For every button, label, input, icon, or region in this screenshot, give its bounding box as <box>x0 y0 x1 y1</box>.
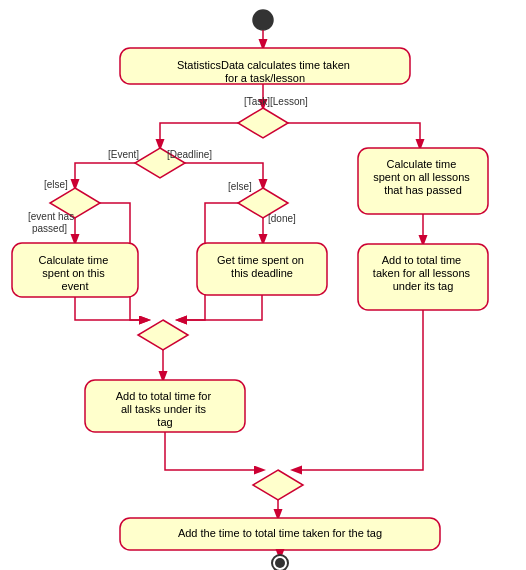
arrow-lessons-final <box>293 310 423 470</box>
arrow-event <box>75 163 135 188</box>
deadline-label: [Deadline] <box>167 149 212 160</box>
task-label: [Task] <box>244 96 270 107</box>
diamond-final-merge <box>253 470 303 500</box>
start-node <box>253 10 273 30</box>
done-label: [done] <box>268 213 296 224</box>
arrow-deadline-merge <box>178 295 262 320</box>
arrow-task <box>160 123 238 148</box>
arrow-lesson <box>288 123 420 148</box>
lesson-label: [Lesson] <box>270 96 308 107</box>
arrow-event-merge <box>75 297 148 320</box>
else2-label: [else] <box>228 181 252 192</box>
else1-label: [else] <box>44 179 68 190</box>
event-label: [Event] <box>108 149 139 160</box>
calculate-lessons-label: Calculate time spent on all lessons that… <box>373 158 473 196</box>
add-total-tag-label: Add the time to total time taken for the… <box>178 527 382 539</box>
event-passed-label: [event has <box>28 211 74 222</box>
event-passed-label2: passed] <box>32 223 67 234</box>
diamond-task-lesson <box>238 108 288 138</box>
end-node-inner <box>275 558 285 568</box>
diamond-task-merge <box>138 320 188 350</box>
arrow-tasks-final <box>165 432 263 470</box>
